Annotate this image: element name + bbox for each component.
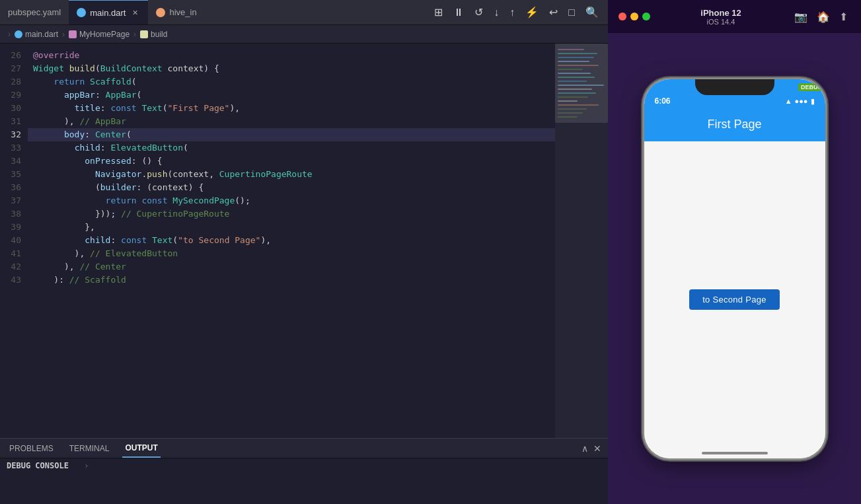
window-dots [618, 13, 650, 20]
code-line-34: onPressed: () { [28, 155, 555, 168]
code-line-29: appBar: AppBar( [28, 89, 555, 102]
code-area: 26 27 28 29 30 31 32 33 34 35 36 37 38 3… [0, 44, 608, 438]
minimap-visual [556, 46, 607, 178]
code-line-33: child: ElevatedButton( [28, 141, 555, 155]
tab-terminal[interactable]: TERMINAL [67, 439, 112, 458]
code-line-30: title: const Text("First Page"), [28, 102, 555, 115]
svg-rect-2 [558, 57, 594, 58]
code-line-26: @override [28, 49, 555, 62]
debug-badge: DEBUG [798, 83, 825, 91]
share-icon[interactable]: ⬆ [839, 11, 848, 23]
svg-rect-9 [558, 85, 604, 86]
svg-rect-10 [558, 89, 592, 90]
app-bar: First Page [644, 108, 825, 141]
tab-main-dart[interactable]: main.dart ✕ [69, 0, 148, 24]
code-line-39: }, [28, 221, 555, 234]
dot-yellow[interactable] [630, 13, 638, 20]
iphone-frame: DEBUG 6:06 ▲ ●●● ▮ First Page to Second … [642, 77, 827, 460]
breadcrumb-sep-1: › [62, 30, 65, 39]
battery-icon: ▮ [811, 97, 815, 106]
svg-rect-6 [558, 73, 591, 74]
svg-rect-8 [558, 81, 587, 82]
breadcrumb-class: MyHomePage [79, 30, 130, 39]
device-name: iPhone 12 [700, 8, 741, 18]
code-line-40: child: const Text("to Second Page"), [28, 234, 555, 247]
code-line-35: Navigator.push(context, CupertinoPageRou… [28, 168, 555, 181]
collapse-icon[interactable]: ∧ [581, 443, 588, 454]
grid-icon[interactable]: ⊞ [431, 5, 445, 20]
wifi-icon: ▲ [785, 97, 792, 105]
signal-icon: ●●● [795, 97, 808, 105]
code-line-28: return Scaffold( [28, 75, 555, 89]
status-time: 6:06 [655, 96, 671, 106]
line-numbers: 26 27 28 29 30 31 32 33 34 35 36 37 38 3… [0, 44, 28, 438]
tab-bar: pubspec.yaml main.dart ✕ hive_in ⊞ ⏸ ↺ ↓… [0, 0, 608, 25]
code-line-41: ), // ElevatedButton [28, 247, 555, 260]
status-icons: ▲ ●●● ▮ [785, 97, 815, 106]
code-line-27: Widget build(BuildContext context) { [28, 62, 555, 75]
download-icon[interactable]: ↓ [491, 5, 502, 20]
chevron-right-icon: › [8, 30, 11, 39]
device-header: iPhone 12 iOS 14.4 📷 🏠 ⬆ [608, 0, 861, 33]
breadcrumb-item-class[interactable]: MyHomePage [69, 30, 130, 39]
tab-close-button[interactable]: ✕ [130, 7, 140, 18]
app-body: to Second Page [644, 141, 825, 458]
code-line-32: 💡 body: Center( [28, 128, 555, 141]
breadcrumb-item-method[interactable]: build [140, 30, 167, 39]
editor-panel: pubspec.yaml main.dart ✕ hive_in ⊞ ⏸ ↺ ↓… [0, 0, 608, 504]
code-content[interactable]: @override Widget build(BuildContext cont… [28, 44, 555, 438]
iphone-wrapper: DEBUG 6:06 ▲ ●●● ▮ First Page to Second … [642, 33, 827, 504]
svg-rect-17 [558, 116, 578, 118]
dot-green[interactable] [642, 13, 650, 20]
refresh-icon[interactable]: ↺ [472, 5, 486, 20]
code-line-37: return const MySecondPage(); [28, 194, 555, 207]
svg-rect-14 [558, 104, 599, 106]
bc-class-icon [69, 30, 77, 38]
breadcrumb-sep-2: › [133, 30, 136, 39]
dart-icon [77, 8, 86, 17]
svg-rect-11 [558, 92, 596, 94]
undo-icon[interactable]: ↩ [546, 5, 560, 20]
notch [695, 79, 774, 95]
code-line-42: ), // Center [28, 260, 555, 273]
tab-problems[interactable]: PROBLEMS [7, 439, 56, 458]
svg-rect-15 [558, 108, 587, 110]
bc-method-icon [140, 30, 148, 38]
svg-rect-5 [558, 69, 583, 70]
lightning-icon[interactable]: ⚡ [523, 5, 541, 20]
square-icon[interactable]: □ [566, 5, 578, 20]
bc-dart-icon [15, 30, 22, 38]
svg-rect-16 [558, 112, 583, 114]
device-os: iOS 14.4 [707, 18, 735, 26]
breadcrumb-method: build [151, 30, 167, 39]
svg-rect-3 [558, 61, 589, 62]
svg-rect-13 [558, 100, 578, 102]
upload-icon[interactable]: ↑ [507, 5, 517, 20]
tab-pubspec[interactable]: pubspec.yaml [0, 0, 69, 24]
device-panel: iPhone 12 iOS 14.4 📷 🏠 ⬆ DEBUG 6:06 ▲ ●●… [608, 0, 861, 504]
svg-rect-4 [558, 65, 599, 66]
camera-icon[interactable]: 📷 [794, 11, 807, 23]
debug-console-label: DEBUG CONSOLE [7, 461, 69, 470]
breadcrumb: › main.dart › MyHomePage › build [0, 25, 608, 44]
bottom-content: DEBUG CONSOLE › [0, 458, 608, 504]
main-dart-label: main.dart [90, 8, 126, 18]
tab-hive[interactable]: hive_in [148, 0, 204, 24]
close-panel-icon[interactable]: ✕ [593, 443, 601, 454]
pause-icon[interactable]: ⏸ [451, 5, 467, 20]
svg-rect-7 [558, 77, 595, 78]
code-line-43: ): // Scaffold [28, 273, 555, 287]
device-info: iPhone 12 iOS 14.4 [700, 8, 741, 26]
code-line-38: })); // CupertinoPageRoute [28, 207, 555, 221]
dot-red[interactable] [618, 13, 626, 20]
search-icon[interactable]: 🔍 [583, 5, 601, 20]
device-header-icons: 📷 🏠 ⬆ [792, 11, 850, 23]
bottom-panel: PROBLEMS TERMINAL OUTPUT ∧ ✕ DEBUG CONSO… [0, 438, 608, 504]
home-icon[interactable]: 🏠 [817, 11, 830, 23]
to-second-page-button[interactable]: to Second Page [689, 289, 780, 310]
tab-output[interactable]: OUTPUT [122, 439, 160, 458]
svg-rect-12 [558, 96, 588, 98]
breadcrumb-file: main.dart [25, 30, 58, 39]
minimap [555, 44, 608, 438]
breadcrumb-item-file[interactable]: main.dart [15, 30, 58, 39]
